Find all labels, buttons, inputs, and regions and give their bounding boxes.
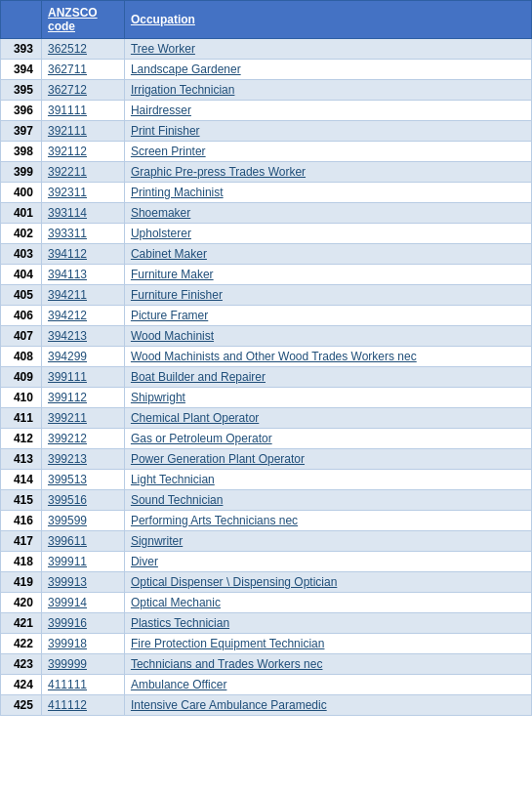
row-occupation[interactable]: Power Generation Plant Operator	[124, 449, 531, 470]
row-occupation[interactable]: Optical Mechanic	[124, 593, 531, 613]
row-number: 395	[1, 80, 42, 101]
table-row: 416399599Performing Arts Technicians nec	[1, 511, 532, 531]
row-number: 422	[1, 634, 42, 654]
row-occupation[interactable]: Landscape Gardener	[124, 60, 531, 80]
row-occupation[interactable]: Wood Machinist	[124, 326, 531, 347]
row-number: 416	[1, 511, 42, 531]
header-occupation: Occupation	[124, 1, 531, 39]
row-code[interactable]: 393114	[41, 203, 124, 224]
row-code[interactable]: 394299	[41, 347, 124, 367]
table-row: 411399211Chemical Plant Operator	[1, 408, 532, 429]
row-number: 402	[1, 224, 42, 244]
row-code[interactable]: 394212	[41, 306, 124, 326]
row-number: 406	[1, 306, 42, 326]
row-code[interactable]: 392111	[41, 121, 124, 142]
table-row: 399392211Graphic Pre-press Trades Worker	[1, 162, 532, 183]
table-row: 403394112Cabinet Maker	[1, 244, 532, 265]
row-code[interactable]: 399599	[41, 511, 124, 531]
row-code[interactable]: 391111	[41, 101, 124, 121]
row-occupation[interactable]: Upholsterer	[124, 224, 531, 244]
row-code[interactable]: 392112	[41, 142, 124, 162]
row-number: 412	[1, 429, 42, 449]
row-occupation[interactable]: Chemical Plant Operator	[124, 408, 531, 429]
row-number: 417	[1, 531, 42, 552]
row-code[interactable]: 362711	[41, 60, 124, 80]
row-occupation[interactable]: Printing Machinist	[124, 183, 531, 203]
row-code[interactable]: 399111	[41, 367, 124, 388]
row-code[interactable]: 399213	[41, 449, 124, 470]
table-row: 421399916Plastics Technician	[1, 613, 532, 634]
row-number: 411	[1, 408, 42, 429]
row-code[interactable]: 399914	[41, 593, 124, 613]
row-code[interactable]: 399913	[41, 572, 124, 593]
row-code[interactable]: 362512	[41, 39, 124, 60]
row-occupation[interactable]: Diver	[124, 552, 531, 572]
table-row: 423399999Technicians and Trades Workers …	[1, 654, 532, 675]
row-occupation[interactable]: Screen Printer	[124, 142, 531, 162]
table-row: 413399213Power Generation Plant Operator	[1, 449, 532, 470]
row-occupation[interactable]: Signwriter	[124, 531, 531, 552]
row-code[interactable]: 399999	[41, 654, 124, 675]
row-number: 401	[1, 203, 42, 224]
row-occupation[interactable]: Gas or Petroleum Operator	[124, 429, 531, 449]
row-code[interactable]: 394112	[41, 244, 124, 265]
row-occupation[interactable]: Plastics Technician	[124, 613, 531, 634]
table-row: 410399112Shipwright	[1, 388, 532, 408]
row-occupation[interactable]: Tree Worker	[124, 39, 531, 60]
row-number: 414	[1, 470, 42, 490]
row-code[interactable]: 399112	[41, 388, 124, 408]
row-occupation[interactable]: Irrigation Technician	[124, 80, 531, 101]
row-occupation[interactable]: Furniture Maker	[124, 265, 531, 285]
row-code[interactable]: 399516	[41, 490, 124, 511]
row-code[interactable]: 362712	[41, 80, 124, 101]
table-row: 398392112Screen Printer	[1, 142, 532, 162]
table-row: 395362712Irrigation Technician	[1, 80, 532, 101]
row-number: 418	[1, 552, 42, 572]
row-occupation[interactable]: Ambulance Officer	[124, 675, 531, 695]
row-occupation[interactable]: Boat Builder and Repairer	[124, 367, 531, 388]
row-occupation[interactable]: Fire Protection Equipment Technician	[124, 634, 531, 654]
table-row: 412399212Gas or Petroleum Operator	[1, 429, 532, 449]
row-occupation[interactable]: Shoemaker	[124, 203, 531, 224]
row-code[interactable]: 399513	[41, 470, 124, 490]
row-code[interactable]: 394113	[41, 265, 124, 285]
table-row: 415399516Sound Technician	[1, 490, 532, 511]
row-occupation[interactable]: Light Technician	[124, 470, 531, 490]
row-code[interactable]: 394213	[41, 326, 124, 347]
table-row: 414399513Light Technician	[1, 470, 532, 490]
row-code[interactable]: 392211	[41, 162, 124, 183]
row-occupation[interactable]: Cabinet Maker	[124, 244, 531, 265]
row-code[interactable]: 399918	[41, 634, 124, 654]
table-row: 404394113Furniture Maker	[1, 265, 532, 285]
row-occupation[interactable]: Sound Technician	[124, 490, 531, 511]
row-occupation[interactable]: Optical Dispenser \ Dispensing Optician	[124, 572, 531, 593]
row-occupation[interactable]: Performing Arts Technicians nec	[124, 511, 531, 531]
row-code[interactable]: 399212	[41, 429, 124, 449]
table-row: 425411112Intensive Care Ambulance Parame…	[1, 695, 532, 716]
row-occupation[interactable]: Furniture Finisher	[124, 285, 531, 306]
row-occupation[interactable]: Shipwright	[124, 388, 531, 408]
row-code[interactable]: 399911	[41, 552, 124, 572]
row-occupation[interactable]: Hairdresser	[124, 101, 531, 121]
row-occupation[interactable]: Graphic Pre-press Trades Worker	[124, 162, 531, 183]
row-occupation[interactable]: Picture Framer	[124, 306, 531, 326]
table-row: 417399611Signwriter	[1, 531, 532, 552]
table-row: 393362512Tree Worker	[1, 39, 532, 60]
row-code[interactable]: 411111	[41, 675, 124, 695]
row-code[interactable]: 399611	[41, 531, 124, 552]
row-occupation[interactable]: Technicians and Trades Workers nec	[124, 654, 531, 675]
table-row: 418399911Diver	[1, 552, 532, 572]
row-code[interactable]: 399211	[41, 408, 124, 429]
row-number: 415	[1, 490, 42, 511]
table-row: 406394212Picture Framer	[1, 306, 532, 326]
row-code[interactable]: 399916	[41, 613, 124, 634]
row-code[interactable]: 393311	[41, 224, 124, 244]
row-number: 394	[1, 60, 42, 80]
row-code[interactable]: 394211	[41, 285, 124, 306]
row-code[interactable]: 411112	[41, 695, 124, 716]
table-row: 401393114Shoemaker	[1, 203, 532, 224]
row-occupation[interactable]: Print Finisher	[124, 121, 531, 142]
row-code[interactable]: 392311	[41, 183, 124, 203]
row-occupation[interactable]: Wood Machinists and Other Wood Trades Wo…	[124, 347, 531, 367]
row-occupation[interactable]: Intensive Care Ambulance Paramedic	[124, 695, 531, 716]
